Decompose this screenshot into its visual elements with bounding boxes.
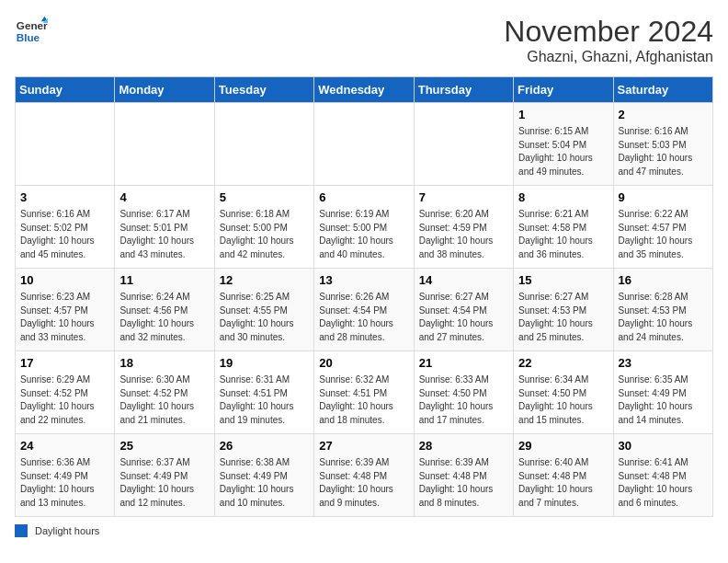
calendar-day-cell: 22Sunrise: 6:34 AM Sunset: 4:50 PM Dayli… bbox=[514, 351, 613, 434]
calendar-day-cell: 27Sunrise: 6:39 AM Sunset: 4:48 PM Dayli… bbox=[314, 434, 414, 517]
day-number: 30 bbox=[619, 438, 708, 454]
day-info: Sunrise: 6:41 AM Sunset: 4:48 PM Dayligh… bbox=[619, 456, 708, 510]
calendar-day-cell: 1Sunrise: 6:15 AM Sunset: 5:04 PM Daylig… bbox=[514, 103, 613, 186]
day-info: Sunrise: 6:39 AM Sunset: 4:48 PM Dayligh… bbox=[319, 456, 408, 510]
day-info: Sunrise: 6:21 AM Sunset: 4:58 PM Dayligh… bbox=[518, 208, 608, 261]
day-info: Sunrise: 6:23 AM Sunset: 4:57 PM Dayligh… bbox=[20, 291, 109, 344]
day-info: Sunrise: 6:24 AM Sunset: 4:56 PM Dayligh… bbox=[119, 291, 209, 344]
day-info: Sunrise: 6:34 AM Sunset: 4:50 PM Dayligh… bbox=[518, 373, 608, 427]
calendar-day-cell: 3Sunrise: 6:16 AM Sunset: 5:02 PM Daylig… bbox=[16, 186, 115, 269]
day-number: 22 bbox=[518, 355, 608, 372]
calendar-table: SundayMondayTuesdayWednesdayThursdayFrid… bbox=[15, 76, 713, 517]
day-number: 20 bbox=[319, 355, 408, 372]
calendar-day-cell bbox=[214, 103, 313, 186]
day-info: Sunrise: 6:29 AM Sunset: 4:52 PM Dayligh… bbox=[20, 373, 109, 427]
day-info: Sunrise: 6:25 AM Sunset: 4:55 PM Dayligh… bbox=[220, 291, 309, 344]
calendar-day-cell bbox=[16, 103, 115, 186]
day-number: 9 bbox=[619, 190, 708, 206]
calendar-header-row: SundayMondayTuesdayWednesdayThursdayFrid… bbox=[16, 77, 713, 103]
calendar-day-cell: 14Sunrise: 6:27 AM Sunset: 4:54 PM Dayli… bbox=[414, 269, 513, 351]
calendar-day-cell: 5Sunrise: 6:18 AM Sunset: 5:00 PM Daylig… bbox=[214, 186, 313, 269]
day-info: Sunrise: 6:27 AM Sunset: 4:53 PM Dayligh… bbox=[518, 291, 608, 344]
day-number: 11 bbox=[119, 272, 209, 289]
calendar-day-header: Friday bbox=[514, 77, 613, 103]
day-info: Sunrise: 6:30 AM Sunset: 4:52 PM Dayligh… bbox=[119, 373, 209, 427]
day-info: Sunrise: 6:26 AM Sunset: 4:54 PM Dayligh… bbox=[319, 291, 408, 344]
calendar-day-cell: 8Sunrise: 6:21 AM Sunset: 4:58 PM Daylig… bbox=[514, 186, 613, 269]
calendar-day-cell: 19Sunrise: 6:31 AM Sunset: 4:51 PM Dayli… bbox=[214, 351, 313, 434]
calendar-day-cell: 21Sunrise: 6:33 AM Sunset: 4:50 PM Dayli… bbox=[414, 351, 513, 434]
calendar-day-cell: 13Sunrise: 6:26 AM Sunset: 4:54 PM Dayli… bbox=[314, 269, 414, 351]
legend: Daylight hours bbox=[15, 524, 713, 537]
calendar-day-cell: 17Sunrise: 6:29 AM Sunset: 4:52 PM Dayli… bbox=[16, 351, 115, 434]
day-info: Sunrise: 6:16 AM Sunset: 5:02 PM Dayligh… bbox=[20, 208, 109, 261]
month-title: November 2024 bbox=[504, 15, 713, 49]
day-number: 8 bbox=[518, 190, 608, 206]
page-header: General Blue November 2024 Ghazni, Ghazn… bbox=[15, 15, 713, 65]
legend-label: Daylight hours bbox=[35, 525, 99, 536]
day-number: 3 bbox=[20, 190, 109, 206]
location-title: Ghazni, Ghazni, Afghanistan bbox=[504, 49, 713, 65]
calendar-day-cell: 26Sunrise: 6:38 AM Sunset: 4:49 PM Dayli… bbox=[214, 434, 313, 517]
day-info: Sunrise: 6:15 AM Sunset: 5:04 PM Dayligh… bbox=[518, 125, 608, 178]
calendar-day-cell: 9Sunrise: 6:22 AM Sunset: 4:57 PM Daylig… bbox=[613, 186, 712, 269]
calendar-day-cell: 12Sunrise: 6:25 AM Sunset: 4:55 PM Dayli… bbox=[214, 269, 313, 351]
calendar-day-cell: 7Sunrise: 6:20 AM Sunset: 4:59 PM Daylig… bbox=[414, 186, 513, 269]
calendar-day-cell: 25Sunrise: 6:37 AM Sunset: 4:49 PM Dayli… bbox=[115, 434, 214, 517]
day-number: 21 bbox=[419, 355, 508, 372]
day-info: Sunrise: 6:35 AM Sunset: 4:49 PM Dayligh… bbox=[619, 373, 708, 427]
day-info: Sunrise: 6:31 AM Sunset: 4:51 PM Dayligh… bbox=[220, 373, 309, 427]
day-info: Sunrise: 6:36 AM Sunset: 4:49 PM Dayligh… bbox=[20, 456, 109, 510]
day-info: Sunrise: 6:16 AM Sunset: 5:03 PM Dayligh… bbox=[619, 125, 708, 178]
day-number: 4 bbox=[119, 190, 209, 206]
day-info: Sunrise: 6:28 AM Sunset: 4:53 PM Dayligh… bbox=[619, 291, 708, 344]
day-number: 6 bbox=[319, 190, 408, 206]
calendar-day-cell: 4Sunrise: 6:17 AM Sunset: 5:01 PM Daylig… bbox=[115, 186, 214, 269]
day-number: 25 bbox=[119, 438, 209, 454]
calendar-day-header: Wednesday bbox=[314, 77, 414, 103]
day-info: Sunrise: 6:19 AM Sunset: 5:00 PM Dayligh… bbox=[319, 208, 408, 261]
day-number: 29 bbox=[518, 438, 608, 454]
logo: General Blue bbox=[15, 15, 48, 48]
day-info: Sunrise: 6:40 AM Sunset: 4:48 PM Dayligh… bbox=[518, 456, 608, 510]
calendar-day-cell: 30Sunrise: 6:41 AM Sunset: 4:48 PM Dayli… bbox=[613, 434, 712, 517]
day-info: Sunrise: 6:17 AM Sunset: 5:01 PM Dayligh… bbox=[119, 208, 209, 261]
calendar-day-header: Sunday bbox=[16, 77, 115, 103]
day-number: 7 bbox=[419, 190, 508, 206]
day-info: Sunrise: 6:20 AM Sunset: 4:59 PM Dayligh… bbox=[419, 208, 508, 261]
day-number: 12 bbox=[220, 272, 309, 289]
day-number: 17 bbox=[20, 355, 109, 372]
day-number: 19 bbox=[220, 355, 309, 372]
day-info: Sunrise: 6:22 AM Sunset: 4:57 PM Dayligh… bbox=[619, 208, 708, 261]
calendar-day-cell: 23Sunrise: 6:35 AM Sunset: 4:49 PM Dayli… bbox=[613, 351, 712, 434]
day-number: 24 bbox=[20, 438, 109, 454]
calendar-week-row: 24Sunrise: 6:36 AM Sunset: 4:49 PM Dayli… bbox=[16, 434, 713, 517]
calendar-day-cell bbox=[314, 103, 414, 186]
day-info: Sunrise: 6:32 AM Sunset: 4:51 PM Dayligh… bbox=[319, 373, 408, 427]
day-number: 26 bbox=[220, 438, 309, 454]
day-number: 13 bbox=[319, 272, 408, 289]
day-info: Sunrise: 6:38 AM Sunset: 4:49 PM Dayligh… bbox=[220, 456, 309, 510]
day-info: Sunrise: 6:39 AM Sunset: 4:48 PM Dayligh… bbox=[419, 456, 508, 510]
day-number: 23 bbox=[619, 355, 708, 372]
calendar-day-cell: 15Sunrise: 6:27 AM Sunset: 4:53 PM Dayli… bbox=[514, 269, 613, 351]
title-block: November 2024 Ghazni, Ghazni, Afghanista… bbox=[504, 15, 713, 65]
calendar-day-header: Monday bbox=[115, 77, 214, 103]
calendar-day-cell bbox=[414, 103, 513, 186]
day-number: 14 bbox=[419, 272, 508, 289]
calendar-day-cell: 18Sunrise: 6:30 AM Sunset: 4:52 PM Dayli… bbox=[115, 351, 214, 434]
day-number: 28 bbox=[419, 438, 508, 454]
calendar-day-cell: 29Sunrise: 6:40 AM Sunset: 4:48 PM Dayli… bbox=[514, 434, 613, 517]
calendar-day-cell: 6Sunrise: 6:19 AM Sunset: 5:00 PM Daylig… bbox=[314, 186, 414, 269]
calendar-day-cell: 10Sunrise: 6:23 AM Sunset: 4:57 PM Dayli… bbox=[16, 269, 115, 351]
day-info: Sunrise: 6:33 AM Sunset: 4:50 PM Dayligh… bbox=[419, 373, 508, 427]
logo-icon: General Blue bbox=[15, 15, 48, 48]
day-number: 5 bbox=[220, 190, 309, 206]
day-number: 15 bbox=[518, 272, 608, 289]
calendar-day-cell: 24Sunrise: 6:36 AM Sunset: 4:49 PM Dayli… bbox=[16, 434, 115, 517]
calendar-day-header: Tuesday bbox=[214, 77, 313, 103]
day-number: 16 bbox=[619, 272, 708, 289]
day-number: 1 bbox=[518, 107, 608, 123]
calendar-week-row: 3Sunrise: 6:16 AM Sunset: 5:02 PM Daylig… bbox=[16, 186, 713, 269]
calendar-day-header: Thursday bbox=[414, 77, 513, 103]
